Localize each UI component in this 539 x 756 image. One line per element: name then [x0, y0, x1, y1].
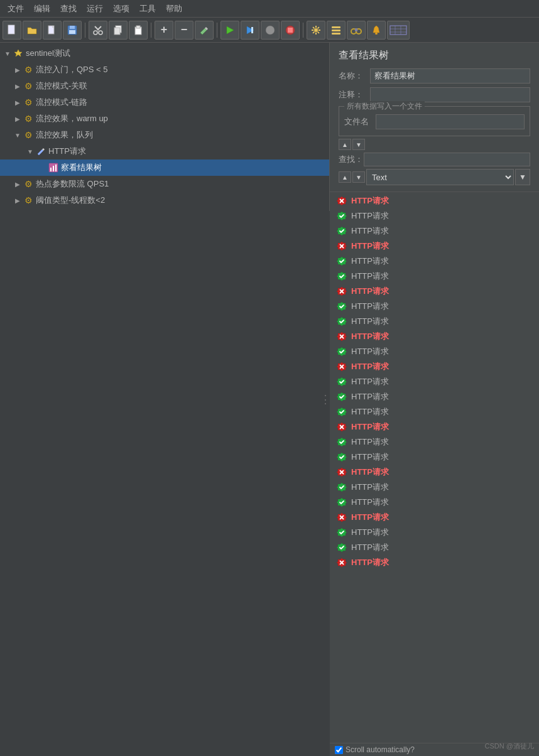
comment-input[interactable] [370, 87, 530, 102]
menu-run[interactable]: 运行 [82, 1, 108, 16]
list-item[interactable]: HTTP请求 [330, 525, 539, 540]
toolbar-grid[interactable] [387, 21, 410, 40]
list-item[interactable]: HTTP请求 [330, 208, 539, 224]
ok-icon [336, 316, 347, 327]
toolbar-open-folder[interactable] [23, 21, 41, 40]
toolbar-bell[interactable] [367, 21, 386, 40]
item3-arrow[interactable] [13, 97, 23, 107]
dropdown-arrow-btn[interactable]: ▼ [515, 169, 530, 185]
result-list[interactable]: HTTP请求 HTTP请求 HTTP请求 HTTP请求 HTTP请求 HTTP请… [330, 192, 539, 743]
tree-item-5a1[interactable]: 察看结果树 [0, 159, 329, 176]
menu-help[interactable]: 帮助 [161, 1, 187, 16]
list-item[interactable]: HTTP请求 [330, 359, 539, 374]
list-item-text: HTTP请求 [351, 527, 389, 538]
toolbar-stop[interactable] [281, 21, 300, 40]
item5-arrow[interactable] [13, 130, 23, 140]
toolbar-paste[interactable] [129, 21, 148, 40]
list-item[interactable]: HTTP请求 [330, 540, 539, 555]
toolbar-save[interactable] [63, 21, 82, 40]
list-item[interactable]: HTTP请求 [330, 284, 539, 299]
tree-item-5[interactable]: ⚙ 流控效果，队列 [0, 127, 329, 143]
text-filter-dropdown[interactable]: Text RegEx [366, 169, 514, 185]
list-item[interactable]: HTTP请求 [330, 193, 539, 208]
list-item[interactable]: HTTP请求 [330, 314, 539, 329]
tree-item-1[interactable]: ⚙ 流控入门，QPS < 5 [0, 62, 329, 78]
toolbar-run-green[interactable] [220, 21, 239, 40]
ok-icon [336, 376, 347, 387]
toolbar-copy[interactable] [109, 21, 128, 40]
toolbar-cut[interactable] [89, 21, 107, 40]
tree-root-item[interactable]: sentinel测试 [0, 45, 329, 62]
list-item[interactable]: HTTP请求 [330, 329, 539, 344]
svg-rect-21 [332, 26, 340, 28]
filename-input[interactable] [376, 114, 525, 129]
list-item[interactable]: HTTP请求 [330, 374, 539, 389]
list-item-text: HTTP请求 [351, 256, 389, 267]
nav-down-btn[interactable]: ▼ [352, 139, 365, 150]
tree-item-4[interactable]: ⚙ 流控效果，warm up [0, 111, 329, 127]
toolbar-pause[interactable] [261, 21, 280, 40]
list-item[interactable]: HTTP请求 [330, 224, 539, 239]
toolbar-open-file[interactable] [43, 21, 62, 40]
list-item[interactable]: HTTP请求 [330, 435, 539, 450]
toolbar-binoculars[interactable] [347, 21, 366, 40]
svg-rect-16 [251, 27, 253, 33]
nav-arrows: ▲ ▼ [339, 139, 530, 150]
scroll-down-btn[interactable]: ▼ [352, 171, 365, 183]
list-item[interactable]: HTTP请求 [330, 389, 539, 404]
scroll-up-btn[interactable]: ▲ [339, 171, 351, 183]
tree-item-7[interactable]: ⚙ 阈值类型-线程数<2 [0, 192, 329, 208]
root-arrow[interactable] [3, 48, 13, 58]
svg-rect-37 [53, 166, 54, 171]
toolbar-settings1[interactable] [307, 21, 325, 40]
list-item[interactable]: HTTP请求 [330, 299, 539, 314]
list-item[interactable]: HTTP请求 [330, 404, 539, 419]
tree-item-5a[interactable]: HTTP请求 [0, 143, 329, 159]
list-item[interactable]: HTTP请求 [330, 344, 539, 359]
list-item[interactable]: HTTP请求 [330, 254, 539, 269]
menu-find[interactable]: 查找 [55, 1, 82, 16]
gear-icon-4: ⚙ [23, 113, 34, 124]
panel-resize-handle[interactable]: ⋮ [320, 392, 330, 406]
list-item[interactable]: HTTP请求 [330, 239, 539, 254]
list-item[interactable]: HTTP请求 [330, 510, 539, 525]
menu-file[interactable]: 文件 [3, 1, 29, 16]
menu-tools[interactable]: 工具 [134, 1, 161, 16]
filename-label: 文件名 [344, 116, 376, 127]
toolbar-sep1 [85, 23, 85, 38]
list-item[interactable]: HTTP请求 [330, 495, 539, 510]
item1-arrow[interactable] [13, 65, 23, 75]
gear-icon-5: ⚙ [23, 129, 34, 141]
tree-item-3[interactable]: ⚙ 流控模式-链路 [0, 94, 329, 111]
toolbar-edit[interactable] [195, 21, 214, 40]
list-item[interactable]: HTTP请求 [330, 450, 539, 465]
nav-up-btn[interactable]: ▲ [339, 139, 351, 150]
pencil-icon-5a [35, 146, 46, 157]
list-item[interactable]: HTTP请求 [330, 555, 539, 570]
toolbar-run-blue[interactable] [241, 21, 259, 40]
menu-options[interactable]: 选项 [108, 1, 134, 16]
list-item[interactable]: HTTP请求 [330, 480, 539, 495]
list-item-text: HTTP请求 [351, 542, 389, 553]
svg-marker-33 [14, 50, 22, 57]
scroll-auto-checkbox[interactable] [335, 746, 343, 754]
menu-edit[interactable]: 编辑 [29, 1, 55, 16]
item2-arrow[interactable] [13, 81, 23, 91]
search-input[interactable] [364, 153, 530, 166]
toolbar-remove[interactable]: − [175, 21, 193, 40]
list-item[interactable]: HTTP请求 [330, 419, 539, 435]
tree-item-2[interactable]: ⚙ 流控模式-关联 [0, 78, 329, 94]
item6-arrow[interactable] [13, 179, 23, 189]
item4-arrow[interactable] [13, 114, 23, 124]
toolbar-add[interactable]: + [155, 21, 173, 40]
list-item[interactable]: HTTP请求 [330, 465, 539, 480]
toolbar-settings2[interactable] [327, 21, 346, 40]
toolbar-new[interactable] [3, 21, 21, 40]
name-input[interactable] [370, 68, 530, 84]
chart-icon-5a1 [48, 162, 59, 173]
search-row: 查找： [339, 153, 530, 166]
tree-item-6[interactable]: ⚙ 热点参数限流 QPS1 [0, 176, 329, 192]
item7-arrow[interactable] [13, 195, 23, 205]
item5a-arrow[interactable] [25, 146, 35, 156]
list-item[interactable]: HTTP请求 [330, 269, 539, 284]
